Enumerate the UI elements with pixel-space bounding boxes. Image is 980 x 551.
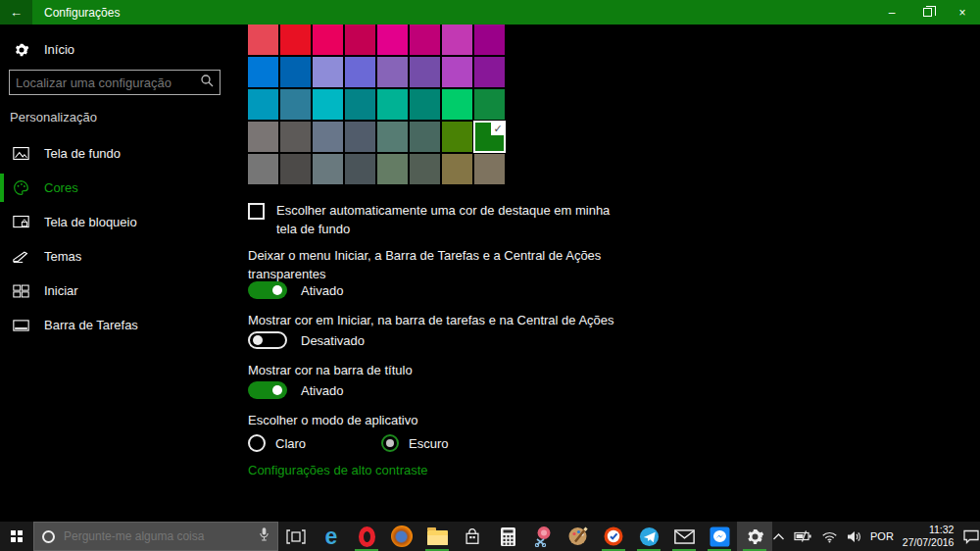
taskbar-app-firefox[interactable] [384, 522, 419, 551]
paint-palette-icon [567, 526, 589, 547]
high-contrast-settings-link[interactable]: Configurações de alto contraste [248, 463, 428, 477]
color-swatch[interactable] [345, 25, 375, 55]
color-swatch[interactable] [442, 154, 472, 184]
sidebar-item-background[interactable]: Tela de fundo [0, 136, 235, 171]
app-mode-dark-radio[interactable]: Escuro [381, 434, 448, 452]
color-swatch[interactable] [248, 89, 278, 120]
color-swatch[interactable] [442, 57, 472, 87]
battery-icon[interactable] [794, 530, 812, 542]
color-swatch[interactable] [410, 89, 440, 120]
taskbar-app-edge[interactable]: e [314, 522, 349, 551]
taskbar-app-mail[interactable] [666, 522, 702, 551]
taskbar-app-settings[interactable] [737, 522, 772, 551]
color-swatch[interactable] [410, 57, 440, 87]
color-swatch[interactable] [345, 89, 375, 120]
taskbar-app-paint-palette[interactable] [561, 522, 596, 551]
wifi-icon[interactable] [821, 530, 838, 543]
sidebar-item-start[interactable]: Iniciar [0, 274, 235, 308]
restore-icon [923, 8, 932, 17]
window-title: Configurações [44, 6, 120, 20]
opera-icon [359, 526, 375, 547]
taskbar-app-screenshot-tool[interactable] [525, 522, 561, 551]
color-swatch[interactable] [345, 122, 375, 152]
auto-accent-color-checkbox[interactable] [248, 203, 265, 220]
color-swatch[interactable] [248, 122, 278, 152]
color-swatch[interactable] [313, 122, 343, 152]
taskbar-app-calculator[interactable] [490, 522, 525, 551]
color-swatch[interactable] [280, 25, 311, 55]
color-swatch[interactable] [313, 57, 343, 87]
sidebar-item-home[interactable]: Início [0, 32, 235, 67]
color-swatch[interactable] [474, 57, 505, 87]
sidebar-item-themes[interactable]: Temas [0, 239, 235, 274]
app-mode-light-radio[interactable]: Claro [248, 434, 306, 452]
speaker-icon[interactable] [847, 530, 861, 543]
color-swatch[interactable] [313, 154, 343, 184]
sidebar-item-colors[interactable]: Cores [0, 171, 235, 205]
mail-icon [674, 529, 695, 544]
color-swatch[interactable] [280, 89, 311, 120]
browser-check-icon [603, 526, 624, 547]
sidebar-item-label: Início [44, 42, 74, 57]
tray-chevron-up-icon[interactable] [772, 532, 785, 541]
color-swatch[interactable] [474, 89, 505, 120]
color-swatch[interactable] [345, 57, 375, 87]
clock[interactable]: 11:32 27/07/2016 [903, 524, 955, 549]
settings-search-box[interactable] [9, 70, 220, 95]
taskbar-app-telegram[interactable] [631, 522, 666, 551]
action-center-icon[interactable] [962, 529, 980, 544]
maximize-button[interactable] [909, 0, 945, 25]
taskbar-app-store[interactable] [455, 522, 490, 551]
close-button[interactable]: × [945, 0, 980, 25]
color-swatch[interactable] [248, 154, 278, 184]
taskbar-app-browser-check[interactable] [596, 522, 631, 551]
color-swatch[interactable] [442, 89, 472, 120]
color-swatch[interactable] [313, 25, 343, 55]
minimize-button[interactable]: – [874, 0, 909, 25]
color-swatch[interactable] [410, 154, 440, 184]
color-swatch[interactable] [280, 122, 311, 152]
sidebar-item-label: Barra de Tarefas [44, 318, 138, 332]
task-view-button[interactable] [278, 522, 314, 551]
lock-screen-icon [13, 214, 29, 230]
language-indicator[interactable]: POR [870, 530, 894, 542]
settings-search-input[interactable] [10, 75, 200, 90]
show-color-titlebar-toggle[interactable] [248, 381, 287, 399]
color-swatch[interactable] [313, 89, 343, 120]
cortana-icon [42, 530, 55, 543]
color-swatch[interactable] [345, 154, 375, 184]
color-swatch[interactable] [474, 25, 505, 55]
taskbar-app-file-explorer[interactable] [419, 522, 455, 551]
color-swatch[interactable] [410, 122, 440, 152]
color-swatch[interactable] [377, 89, 408, 120]
transparency-toggle[interactable] [248, 281, 287, 299]
color-swatch[interactable] [474, 154, 505, 184]
toggle-state-label: Ativado [301, 383, 343, 398]
app-mode-label: Escolher o modo de aplicativo [248, 412, 417, 430]
color-swatch[interactable] [280, 57, 311, 87]
taskbar-app-opera[interactable] [349, 522, 384, 551]
color-swatch[interactable] [377, 25, 408, 55]
taskbar-app-messenger[interactable] [702, 522, 737, 551]
color-swatch[interactable] [442, 25, 472, 55]
color-swatch[interactable]: ✓ [474, 122, 505, 152]
back-button[interactable]: ← [0, 0, 32, 25]
auto-accent-color-row: Escolher automaticamente uma cor de dest… [248, 202, 614, 239]
color-swatch[interactable] [442, 122, 472, 152]
sidebar-item-label: Temas [44, 249, 81, 264]
color-swatch[interactable] [248, 57, 278, 87]
color-swatch[interactable] [377, 154, 408, 184]
radio-icon [381, 434, 399, 452]
sidebar-item-lock-screen[interactable]: Tela de bloqueio [0, 205, 235, 239]
color-swatch[interactable] [280, 154, 311, 184]
start-button[interactable] [0, 522, 33, 551]
show-color-surfaces-toggle[interactable] [248, 331, 287, 349]
color-swatch[interactable] [410, 25, 440, 55]
cortana-search-input[interactable] [64, 529, 259, 543]
color-swatch[interactable] [377, 122, 408, 152]
cortana-search-box[interactable] [33, 522, 278, 551]
color-swatch[interactable] [248, 25, 278, 55]
edge-icon: e [325, 526, 338, 548]
sidebar-item-taskbar[interactable]: Barra de Tarefas [0, 308, 235, 342]
color-swatch[interactable] [377, 57, 408, 87]
